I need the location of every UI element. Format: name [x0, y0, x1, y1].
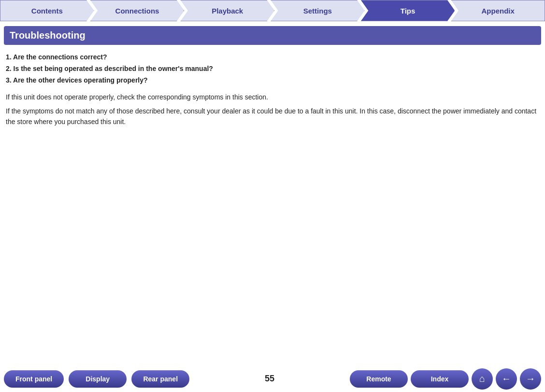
- tab-settings-label: Settings: [303, 7, 332, 15]
- rear-panel-button[interactable]: Rear panel: [131, 370, 189, 388]
- tab-connections[interactable]: Connections: [90, 0, 185, 21]
- body-content: 1. Are the connections correct? 2. Is th…: [4, 52, 541, 127]
- tab-contents-label: Contents: [31, 7, 63, 15]
- paragraph-2: If the symptoms do not match any of thos…: [6, 106, 539, 127]
- checklist: 1. Are the connections correct? 2. Is th…: [6, 52, 539, 86]
- page-number: 55: [255, 374, 284, 384]
- display-button[interactable]: Display: [69, 370, 127, 388]
- home-button[interactable]: ⌂: [472, 368, 493, 390]
- front-panel-button[interactable]: Front panel: [4, 370, 64, 388]
- checklist-item-2: 2. Is the set being operated as describe…: [6, 63, 539, 75]
- section-title-text: Troubleshooting: [10, 30, 86, 41]
- section-title: Troubleshooting: [4, 26, 541, 45]
- checklist-item-3: 3. Are the other devices operating prope…: [6, 75, 539, 86]
- tab-tips-label: Tips: [401, 7, 416, 15]
- bottom-full-row: Front panel Display Rear panel 55 Remote…: [4, 368, 541, 390]
- tab-appendix[interactable]: Appendix: [451, 0, 545, 21]
- top-tab-bar: Contents Connections Playback Settings T…: [0, 0, 545, 21]
- bottom-bar: Front panel Display Rear panel 55 Remote…: [0, 365, 545, 392]
- bottom-right-group: Remote Index ⌂ ← →: [350, 368, 541, 390]
- tab-tips[interactable]: Tips: [361, 0, 455, 21]
- bottom-left-group: Front panel Display Rear panel: [4, 370, 189, 388]
- index-button[interactable]: Index: [411, 370, 469, 388]
- checklist-item-1: 1. Are the connections correct?: [6, 52, 539, 63]
- tab-playback-label: Playback: [212, 7, 243, 15]
- tab-playback[interactable]: Playback: [180, 0, 274, 21]
- paragraph-1: If this unit does not operate properly, …: [6, 92, 539, 102]
- tab-connections-label: Connections: [115, 7, 159, 15]
- tab-contents[interactable]: Contents: [0, 0, 94, 21]
- home-icon: ⌂: [479, 373, 485, 384]
- content-area: Troubleshooting 1. Are the connections c…: [0, 21, 545, 134]
- forward-arrow-icon: →: [526, 373, 535, 384]
- tab-settings[interactable]: Settings: [271, 0, 365, 21]
- tab-appendix-label: Appendix: [482, 7, 515, 15]
- bottom-center-group: 55: [189, 374, 350, 384]
- forward-button[interactable]: →: [520, 368, 541, 390]
- back-arrow-icon: ←: [502, 373, 511, 384]
- back-button[interactable]: ←: [496, 368, 517, 390]
- remote-button[interactable]: Remote: [350, 370, 408, 388]
